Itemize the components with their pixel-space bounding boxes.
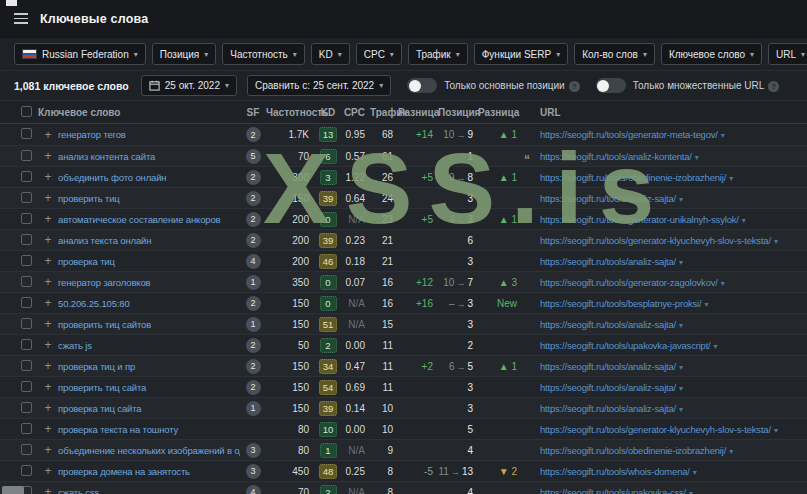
url-link[interactable]: https://seogift.ru/tools/analiz-sajta/ xyxy=(540,256,676,267)
plus-icon[interactable]: + xyxy=(38,212,58,226)
compare-date-button[interactable]: Сравнить с: 25 сент. 2022 ▾ xyxy=(247,75,391,96)
table-row[interactable]: + генератор заголовков 1 350 0 0.07 16 +… xyxy=(0,271,807,292)
plus-icon[interactable]: + xyxy=(38,128,58,142)
row-checkbox[interactable] xyxy=(21,150,32,161)
row-checkbox[interactable] xyxy=(21,360,32,371)
header-traffic[interactable]: Трафик xyxy=(370,107,398,118)
table-row[interactable]: + 50.206.25.105:80 2 150 0 N/A 16 +16 –→… xyxy=(0,292,807,313)
plus-icon[interactable]: + xyxy=(38,233,58,247)
url-caret-icon[interactable]: ▾ xyxy=(704,300,708,309)
url-link[interactable]: https://seogift.ru/tools/upakovka-css/ xyxy=(540,487,686,494)
table-row[interactable]: + объединение нескольких изображений в о… xyxy=(0,439,807,460)
url-caret-icon[interactable]: ▾ xyxy=(729,447,733,456)
url-caret-icon[interactable]: ▾ xyxy=(695,153,699,162)
keyword-link[interactable]: проверка тиц xyxy=(58,256,240,267)
plus-icon[interactable]: + xyxy=(38,191,58,205)
keyword-link[interactable]: объединение нескольких изображений в одн… xyxy=(58,445,240,456)
url-caret-icon[interactable]: ▾ xyxy=(689,489,693,494)
country-filter-button[interactable]: Russian Federation ▾ xyxy=(14,43,146,65)
row-checkbox[interactable] xyxy=(21,339,32,350)
plus-icon[interactable]: + xyxy=(38,359,58,373)
url-link[interactable]: https://seogift.ru/tools/analiz-sajta/ xyxy=(540,403,676,414)
table-row[interactable]: + автоматическое составление анкоров 2 2… xyxy=(0,208,807,229)
filter-keyword-button[interactable]: Ключевое слово▾ xyxy=(661,43,762,65)
keyword-link[interactable]: сжать css xyxy=(58,487,240,494)
url-caret-icon[interactable]: ▾ xyxy=(679,321,683,330)
table-row[interactable]: + объединить фото онлайн 2 300 3 1.22 26… xyxy=(0,166,807,187)
plus-icon[interactable]: + xyxy=(38,401,58,415)
row-checkbox[interactable] xyxy=(21,318,32,329)
filter-frequency-button[interactable]: Частотность▾ xyxy=(222,43,305,65)
filter-traffic-button[interactable]: Трафик▾ xyxy=(408,43,468,65)
row-checkbox[interactable] xyxy=(21,255,32,266)
header-position[interactable]: Позиция xyxy=(438,107,478,118)
keyword-link[interactable]: проверить тиц xyxy=(58,193,240,204)
table-row[interactable]: + проверить тиц 2 150 39 0.64 24 3 https… xyxy=(0,187,807,208)
help-icon[interactable]: ? xyxy=(768,81,779,92)
url-caret-icon[interactable]: ▾ xyxy=(721,131,725,140)
plus-icon[interactable]: + xyxy=(38,338,58,352)
url-caret-icon[interactable]: ▾ xyxy=(679,195,683,204)
table-row[interactable]: + проверить тиц сайтов 1 150 51 N/A 15 3… xyxy=(0,313,807,334)
url-link[interactable]: https://seogift.ru/tools/besplatnye-prok… xyxy=(540,298,701,309)
row-checkbox[interactable] xyxy=(21,465,32,476)
row-checkbox[interactable] xyxy=(21,402,32,413)
plus-icon[interactable]: + xyxy=(38,464,58,478)
filter-serp-features-button[interactable]: Функции SERP▾ xyxy=(474,43,568,65)
plus-icon[interactable]: + xyxy=(38,275,58,289)
url-link[interactable]: https://seogift.ru/tools/upakovka-javasc… xyxy=(540,340,711,351)
row-checkbox[interactable] xyxy=(21,381,32,392)
scrollbar-nub[interactable] xyxy=(2,486,24,494)
url-link[interactable]: https://seogift.ru/tools/obedinenie-izob… xyxy=(540,172,726,183)
url-link[interactable]: https://seogift.ru/tools/generator-klyuc… xyxy=(540,424,771,435)
url-link[interactable]: https://seogift.ru/tools/analiz-sajta/ xyxy=(540,193,676,204)
url-caret-icon[interactable]: ▾ xyxy=(714,342,718,351)
plus-icon[interactable]: + xyxy=(38,149,58,163)
toggle-main-positions[interactable] xyxy=(407,78,437,93)
table-row[interactable]: + генератор тегов 2 1.7K 13 0.95 68 +14 … xyxy=(0,124,807,145)
keyword-link[interactable]: генератор тегов xyxy=(58,129,240,140)
row-checkbox[interactable] xyxy=(21,192,32,203)
filter-cpc-button[interactable]: CPC▾ xyxy=(356,43,402,65)
keyword-link[interactable]: 50.206.25.105:80 xyxy=(58,298,240,309)
keyword-link[interactable]: анализ текста онлайн xyxy=(58,235,240,246)
keyword-link[interactable]: проверка текста на тошноту xyxy=(58,424,240,435)
row-checkbox[interactable] xyxy=(21,234,32,245)
plus-icon[interactable]: + xyxy=(38,422,58,436)
table-row[interactable]: + проверка тиц 4 200 46 0.18 21 3 https:… xyxy=(0,250,807,271)
plus-icon[interactable]: + xyxy=(38,317,58,331)
date-picker-button[interactable]: 25 окт. 2022 ▾ xyxy=(141,75,237,96)
header-sf[interactable]: SF xyxy=(240,107,266,118)
table-row[interactable]: + анализ контента сайта 5 70 6 0.57 61 1… xyxy=(0,145,807,166)
keyword-link[interactable]: проверка тиц сайта xyxy=(58,403,240,414)
url-link[interactable]: https://seogift.ru/tools/generator-klyuc… xyxy=(540,235,771,246)
url-caret-icon[interactable]: ▾ xyxy=(693,468,697,477)
url-caret-icon[interactable]: ▾ xyxy=(679,384,683,393)
keyword-link[interactable]: проверка тиц и пр xyxy=(58,361,240,372)
row-checkbox[interactable] xyxy=(21,444,32,455)
plus-icon[interactable]: + xyxy=(38,254,58,268)
table-row[interactable]: + проверка текста на тошноту 80 10 0.00 … xyxy=(0,418,807,439)
keyword-link[interactable]: анализ контента сайта xyxy=(58,151,240,162)
row-checkbox[interactable] xyxy=(21,423,32,434)
row-checkbox[interactable] xyxy=(21,297,32,308)
url-link[interactable]: https://seogift.ru/tools/analiz-sajta/ xyxy=(540,361,676,372)
filter-position-button[interactable]: Позиция▾ xyxy=(152,43,217,65)
select-all-checkbox[interactable] xyxy=(21,106,32,117)
row-checkbox[interactable] xyxy=(21,213,32,224)
url-caret-icon[interactable]: ▾ xyxy=(729,174,733,183)
table-row[interactable]: + проверка домена на занятость 3 450 48 … xyxy=(0,460,807,481)
row-checkbox[interactable] xyxy=(21,171,32,182)
header-url[interactable]: URL xyxy=(522,107,807,118)
header-cpc[interactable]: CPC xyxy=(342,107,370,118)
filter-url-button[interactable]: URL▾ xyxy=(768,43,807,65)
plus-icon[interactable]: + xyxy=(38,485,58,494)
keyword-link[interactable]: проверить тиц сайта xyxy=(58,382,240,393)
filter-word-count-button[interactable]: Кол-во слов▾ xyxy=(574,43,655,65)
url-link[interactable]: https://seogift.ru/tools/generator-meta-… xyxy=(540,129,718,140)
table-row[interactable]: + анализ текста онлайн 2 200 39 0.23 21 … xyxy=(0,229,807,250)
url-caret-icon[interactable]: ▾ xyxy=(721,279,725,288)
header-kd[interactable]: KD xyxy=(314,107,342,118)
table-row[interactable]: + проверить тиц сайта 2 150 54 0.69 11 3… xyxy=(0,376,807,397)
url-link[interactable]: https://seogift.ru/tools/generator-zagol… xyxy=(540,277,718,288)
